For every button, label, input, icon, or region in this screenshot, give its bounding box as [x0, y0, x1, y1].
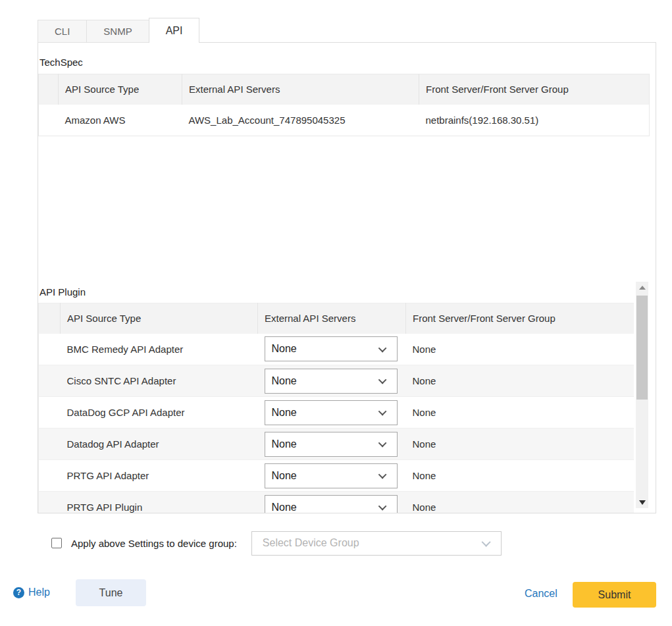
- chevron-down-icon: [378, 439, 386, 448]
- table-row: Datadog API Adapter None None: [39, 429, 634, 460]
- selected-value: None: [272, 502, 297, 513]
- table-row: Cisco SNTC API Adapter None None: [39, 365, 634, 397]
- tab-snmp[interactable]: SNMP: [86, 20, 149, 43]
- blank-cell: [39, 460, 61, 492]
- front-server-header: Front Server/Front Server Group: [419, 74, 650, 105]
- blank-cell: [39, 334, 61, 365]
- external-api-servers-select[interactable]: None: [265, 432, 398, 457]
- api-source-type-cell: BMC Remedy API Adapter: [61, 334, 258, 365]
- chevron-down-icon: [378, 471, 386, 479]
- apply-settings-row: Apply above Settings to device group: Se…: [51, 531, 502, 556]
- tune-button[interactable]: Tune: [76, 579, 146, 606]
- selected-value: None: [272, 375, 297, 387]
- blank-header-cell: [39, 303, 61, 334]
- front-server-cell: None: [406, 334, 634, 365]
- table-row: BMC Remedy API Adapter None None: [39, 334, 634, 365]
- techspec-section-title: TechSpec: [39, 56, 656, 68]
- front-server-cell: netbrainfs(192.168.30.51): [419, 105, 650, 136]
- selected-value: None: [272, 438, 297, 450]
- techspec-table: API Source Type External API Servers Fro…: [38, 74, 650, 136]
- chevron-down-icon: [378, 502, 386, 511]
- help-icon: ?: [13, 587, 24, 598]
- chevron-down-icon: [378, 376, 386, 384]
- external-api-servers-select[interactable]: None: [265, 463, 398, 488]
- external-api-servers-select[interactable]: None: [265, 400, 398, 425]
- api-source-type-cell: DataDog GCP API Adapter: [61, 397, 258, 429]
- front-server-cell: None: [406, 365, 634, 397]
- api-source-type-cell: Datadog API Adapter: [61, 429, 258, 460]
- techspec-header-row: API Source Type External API Servers Fro…: [39, 74, 650, 105]
- scroll-up-button[interactable]: [636, 282, 648, 294]
- help-link[interactable]: ? Help: [13, 587, 50, 598]
- selected-value: None: [272, 407, 297, 419]
- api-source-type-cell: Cisco SNTC API Adapter: [61, 365, 258, 397]
- blank-cell: [39, 397, 61, 429]
- table-row: PRTG API Adapter None None: [39, 460, 634, 492]
- blank-cell: [39, 365, 61, 397]
- api-source-type-cell: PRTG API Plugin: [61, 492, 258, 514]
- submit-button[interactable]: Submit: [573, 582, 656, 608]
- chevron-down-icon: [378, 344, 386, 352]
- device-group-select[interactable]: Select Device Group: [251, 531, 502, 556]
- external-api-servers-select[interactable]: None: [265, 369, 398, 394]
- front-server-cell: None: [406, 429, 634, 460]
- api-plugin-section-title: API Plugin: [39, 286, 656, 298]
- selected-value: None: [272, 470, 297, 482]
- blank-cell: [39, 105, 59, 136]
- table-row[interactable]: Amazon AWS AWS_Lab_Account_747895045325 …: [39, 105, 650, 136]
- selected-value: None: [272, 343, 297, 355]
- apply-settings-label: Apply above Settings to device group:: [71, 538, 237, 549]
- blank-header-cell: [39, 74, 59, 105]
- scrollbar-thumb[interactable]: [636, 296, 648, 400]
- front-server-header: Front Server/Front Server Group: [406, 303, 634, 334]
- external-api-servers-select[interactable]: None: [265, 495, 398, 514]
- blank-cell: [39, 429, 61, 460]
- chevron-down-icon: [481, 538, 490, 547]
- tab-api[interactable]: API: [149, 18, 200, 43]
- api-settings-panel: TechSpec API Source Type External API Se…: [38, 42, 656, 513]
- external-api-servers-select[interactable]: None: [265, 336, 398, 361]
- table-row: DataDog GCP API Adapter None None: [39, 397, 634, 429]
- blank-cell: [39, 492, 61, 514]
- api-source-type-header: API Source Type: [59, 74, 182, 105]
- api-source-type-header: API Source Type: [61, 303, 258, 334]
- vertical-scrollbar[interactable]: [636, 282, 648, 508]
- tab-cli[interactable]: CLI: [38, 20, 87, 43]
- device-group-placeholder: Select Device Group: [263, 537, 359, 549]
- api-source-type-cell: Amazon AWS: [59, 105, 182, 136]
- scroll-down-button[interactable]: [636, 496, 648, 508]
- scroll-up-arrow-icon: [639, 286, 646, 290]
- front-server-cell: None: [406, 397, 634, 429]
- scroll-down-arrow-icon: [639, 500, 646, 505]
- help-label: Help: [28, 587, 50, 598]
- external-api-servers-cell: AWS_Lab_Account_747895045325: [182, 105, 419, 136]
- api-plugin-table: API Source Type External API Servers Fro…: [38, 303, 634, 513]
- table-row: PRTG API Plugin None None: [39, 492, 634, 514]
- external-api-servers-header: External API Servers: [258, 303, 406, 334]
- api-source-type-cell: PRTG API Adapter: [61, 460, 258, 492]
- chevron-down-icon: [378, 407, 386, 416]
- external-api-servers-header: External API Servers: [182, 74, 419, 105]
- front-server-cell: None: [406, 492, 634, 514]
- tab-bar: CLI SNMP API: [38, 18, 199, 43]
- front-server-cell: None: [406, 460, 634, 492]
- cancel-button[interactable]: Cancel: [525, 588, 557, 600]
- api-plugin-header-row: API Source Type External API Servers Fro…: [39, 303, 634, 334]
- api-plugin-scroll-area: API Source Type External API Servers Fro…: [38, 303, 634, 513]
- apply-settings-checkbox[interactable]: [51, 538, 62, 548]
